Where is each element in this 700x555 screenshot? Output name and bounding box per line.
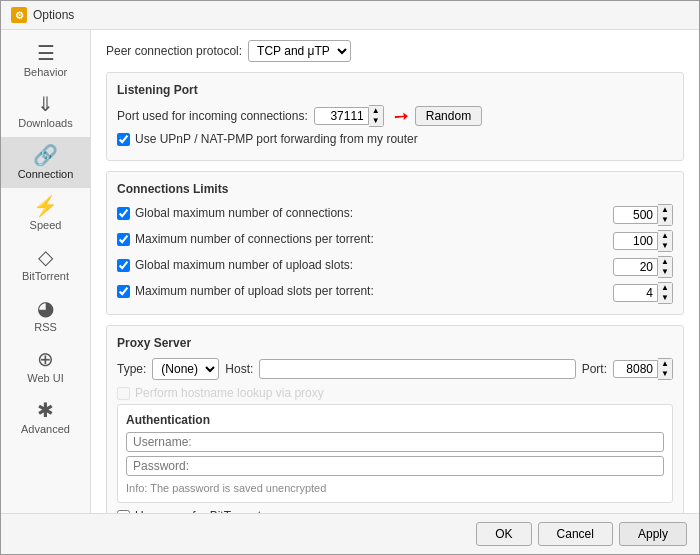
sidebar-item-label: Downloads — [18, 117, 72, 129]
sidebar-item-label: Behavior — [24, 66, 67, 78]
content-area: Peer connection protocol: TCP and μTP Li… — [91, 30, 699, 513]
webui-icon: ⊕ — [37, 349, 54, 369]
global-max-upload-label: Global maximum number of upload slots: — [135, 258, 353, 272]
hostname-lookup-label: Perform hostname lookup via proxy — [135, 386, 324, 400]
port-label: Port used for incoming connections: — [117, 109, 308, 123]
sidebar-item-rss[interactable]: ◕ RSS — [1, 290, 90, 341]
footer: OK Cancel Apply — [1, 513, 699, 554]
increment[interactable]: ▲ — [658, 359, 672, 369]
sidebar-item-advanced[interactable]: ✱ Advanced — [1, 392, 90, 443]
port-increment[interactable]: ▲ — [369, 106, 383, 116]
protocol-select[interactable]: TCP and μTP — [248, 40, 351, 62]
max-upload-per-torrent-label: Maximum number of upload slots per torre… — [135, 284, 374, 298]
sidebar-item-label: Speed — [30, 219, 62, 231]
port-spinner[interactable]: ▲ ▼ — [314, 105, 384, 127]
info-text: Info: The password is saved unencrypted — [126, 482, 664, 494]
global-max-conn-label: Global maximum number of connections: — [135, 206, 353, 220]
hostname-lookup-row: Perform hostname lookup via proxy — [117, 386, 673, 400]
apply-button[interactable]: Apply — [619, 522, 687, 546]
rss-icon: ◕ — [37, 298, 54, 318]
listening-port-section: Listening Port Port used for incoming co… — [106, 72, 684, 161]
sidebar-item-label: BitTorrent — [22, 270, 69, 282]
sidebar-item-webui[interactable]: ⊕ Web UI — [1, 341, 90, 392]
decrement[interactable]: ▼ — [658, 293, 672, 303]
decrement[interactable]: ▼ — [658, 369, 672, 379]
upnp-checkbox[interactable] — [117, 133, 130, 146]
connections-limits-title: Connections Limits — [117, 182, 673, 196]
sidebar-item-label: RSS — [34, 321, 57, 333]
proxy-port-spinner[interactable]: ▲ ▼ — [613, 358, 673, 380]
max-conn-per-torrent-input[interactable] — [613, 232, 658, 250]
auth-section: Authentication Info: The password is sav… — [117, 404, 673, 503]
behavior-icon: ☰ — [37, 43, 55, 63]
conn-row-0: Global maximum number of connections: — [117, 206, 605, 220]
global-max-upload-input[interactable] — [613, 258, 658, 276]
sidebar-item-downloads[interactable]: ⇓ Downloads — [1, 86, 90, 137]
proxy-type-label: Type: — [117, 362, 146, 376]
cancel-button[interactable]: Cancel — [538, 522, 613, 546]
app-icon: ⚙ — [11, 7, 27, 23]
advanced-icon: ✱ — [37, 400, 54, 420]
port-input[interactable] — [314, 107, 369, 125]
sidebar-item-label: Connection — [18, 168, 74, 180]
conn-row-1: Maximum number of connections per torren… — [117, 232, 605, 246]
password-input[interactable] — [126, 456, 664, 476]
protocol-row: Peer connection protocol: TCP and μTP — [106, 40, 684, 62]
max-conn-per-torrent-checkbox[interactable] — [117, 233, 130, 246]
proxy-type-row: Type: (None) Host: Port: ▲ ▼ — [117, 358, 673, 380]
sidebar-item-speed[interactable]: ⚡ Speed — [1, 188, 90, 239]
global-max-conn-checkbox[interactable] — [117, 207, 130, 220]
proxy-port-input[interactable] — [613, 360, 658, 378]
sidebar-item-connection[interactable]: 🔗 Connection — [1, 137, 90, 188]
options-window: ⚙ Options ☰ Behavior ⇓ Downloads 🔗 Conne… — [0, 0, 700, 555]
port-spinner-buttons: ▲ ▼ — [369, 105, 384, 127]
downloads-icon: ⇓ — [37, 94, 54, 114]
decrement[interactable]: ▼ — [658, 267, 672, 277]
listening-port-title: Listening Port — [117, 83, 673, 97]
global-max-conn-input[interactable] — [613, 206, 658, 224]
sidebar-item-behavior[interactable]: ☰ Behavior — [1, 35, 90, 86]
random-button[interactable]: Random — [415, 106, 482, 126]
window-title: Options — [33, 8, 74, 22]
port-decrement[interactable]: ▼ — [369, 116, 383, 126]
decrement[interactable]: ▼ — [658, 215, 672, 225]
sidebar-item-label: Advanced — [21, 423, 70, 435]
proxy-server-section: Proxy Server Type: (None) Host: Port: ▲ … — [106, 325, 684, 513]
proxy-port-label: Port: — [582, 362, 607, 376]
decrement[interactable]: ▼ — [658, 241, 672, 251]
sidebar-item-label: Web UI — [27, 372, 63, 384]
speed-icon: ⚡ — [33, 196, 58, 216]
auth-title: Authentication — [126, 413, 664, 427]
max-conn-per-torrent-spinner[interactable]: ▲ ▼ — [613, 230, 673, 252]
protocol-label: Peer connection protocol: — [106, 44, 242, 58]
global-max-upload-spinner[interactable]: ▲ ▼ — [613, 256, 673, 278]
max-upload-per-torrent-checkbox[interactable] — [117, 285, 130, 298]
global-max-conn-spinner[interactable]: ▲ ▼ — [613, 204, 673, 226]
max-conn-per-torrent-label: Maximum number of connections per torren… — [135, 232, 374, 246]
title-bar: ⚙ Options — [1, 1, 699, 30]
hostname-lookup-checkbox[interactable] — [117, 387, 130, 400]
upnp-label: Use UPnP / NAT-PMP port forwarding from … — [135, 132, 418, 146]
max-upload-per-torrent-spinner[interactable]: ▲ ▼ — [613, 282, 673, 304]
global-max-upload-checkbox[interactable] — [117, 259, 130, 272]
connections-limits-section: Connections Limits Global maximum number… — [106, 171, 684, 315]
username-input[interactable] — [126, 432, 664, 452]
sidebar-item-bittorrent[interactable]: ◇ BitTorrent — [1, 239, 90, 290]
increment[interactable]: ▲ — [658, 231, 672, 241]
bittorrent-icon: ◇ — [38, 247, 53, 267]
increment[interactable]: ▲ — [658, 205, 672, 215]
max-upload-per-torrent-input[interactable] — [613, 284, 658, 302]
connection-icon: 🔗 — [33, 145, 58, 165]
conn-row-2: Global maximum number of upload slots: — [117, 258, 605, 272]
sidebar: ☰ Behavior ⇓ Downloads 🔗 Connection ⚡ Sp… — [1, 30, 91, 513]
proxy-type-select[interactable]: (None) — [152, 358, 219, 380]
main-content: ☰ Behavior ⇓ Downloads 🔗 Connection ⚡ Sp… — [1, 30, 699, 513]
connections-grid: Global maximum number of connections: ▲ … — [117, 204, 673, 304]
ok-button[interactable]: OK — [476, 522, 531, 546]
conn-row-3: Maximum number of upload slots per torre… — [117, 284, 605, 298]
proxy-host-input[interactable] — [259, 359, 575, 379]
increment[interactable]: ▲ — [658, 283, 672, 293]
upnp-row: Use UPnP / NAT-PMP port forwarding from … — [117, 132, 673, 146]
increment[interactable]: ▲ — [658, 257, 672, 267]
proxy-host-label: Host: — [225, 362, 253, 376]
